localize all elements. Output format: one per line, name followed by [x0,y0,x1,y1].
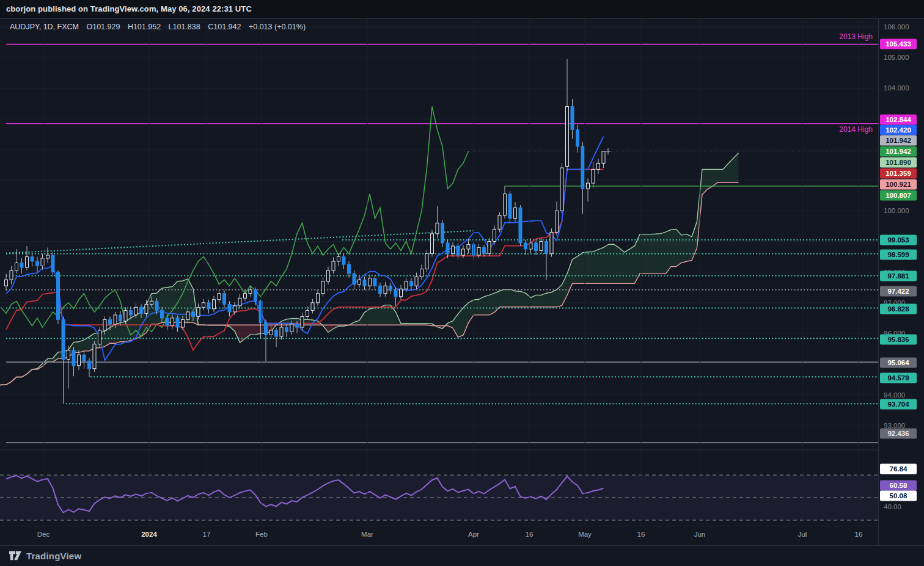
price-label-badge: 95.064 [880,358,917,368]
tradingview-logo-icon [9,550,22,562]
price-label-badge: 94.579 [880,373,917,383]
price-label-badge: 101.359 [880,169,917,179]
legend-open: O101.929 [86,23,120,31]
tradingview-snapshot: cborjon published on TradingView.com, Ma… [0,0,924,566]
price-label-badge: 101.942 [880,147,917,157]
symbol-title[interactable]: AUDJPY, 1D, FXCM [10,23,79,31]
price-label-badge: 97.422 [880,286,917,297]
price-scale[interactable]: 106.000105.000104.000100.00098.00097.000… [878,18,924,545]
symbol-legend[interactable]: AUDJPY, 1D, FXCM O101.929 H101.952 L101.… [10,23,311,31]
time-scale[interactable]: Dec202417FebMarApr16May16JunJul16 [0,526,878,546]
price-tick: 100.000 [884,207,909,214]
price-tick: 94.000 [884,391,905,399]
tradingview-wordmark: TradingView [26,551,81,561]
price-label-badge: 105.433 [880,39,917,49]
price-label-badge: 76.84 [880,464,917,474]
time-tick: Apr [468,531,479,538]
price-label-badge: 60.58 [880,481,917,491]
legend-low: L101.838 [169,23,200,31]
price-tick: 40.00 [884,503,901,510]
time-tick: May [578,531,592,538]
time-tick: 16 [526,531,534,538]
time-tick: Jul [798,531,807,538]
annotation-2013-high: 2013 High [839,32,873,41]
price-label-badge: 101.890 [880,158,917,168]
price-label-badge: 102.844 [880,115,917,125]
legend-high: H101.952 [128,23,161,31]
legend-close: C101.942 [208,23,241,31]
price-label-badge: 95.836 [880,335,917,345]
price-label-badge: 96.828 [880,304,917,314]
price-label-badge: 50.08 [880,491,917,501]
price-label-badge: 97.881 [880,271,917,281]
price-label-badge: 100.807 [880,190,917,201]
annotation-2014-high: 2014 High [839,125,873,134]
price-label-badge: 99.053 [880,235,917,245]
time-tick: 16 [637,531,645,538]
chart-canvas[interactable] [0,0,924,566]
price-label-badge: 101.942 [880,136,917,146]
time-tick: Feb [255,531,268,538]
time-tick: 16 [855,531,863,538]
time-tick: Dec [37,531,50,538]
price-tick: 104.000 [884,84,909,92]
time-tick: Mar [361,531,373,538]
price-label-badge: 98.599 [880,250,917,260]
price-label-badge: 93.704 [880,399,917,410]
time-tick: 2024 [141,531,157,538]
price-label-badge: 92.436 [880,429,917,439]
tradingview-logo[interactable]: TradingView [9,550,81,562]
price-tick: 106.000 [884,23,909,31]
price-label-badge: 100.921 [880,180,917,190]
legend-change: +0.013 (+0.01%) [249,23,306,31]
time-tick: Jun [694,531,706,538]
price-tick: 105.000 [884,54,909,61]
footer-bar: TradingView [0,545,924,566]
time-tick: 17 [203,531,211,538]
price-label-badge: 102.420 [880,125,917,136]
